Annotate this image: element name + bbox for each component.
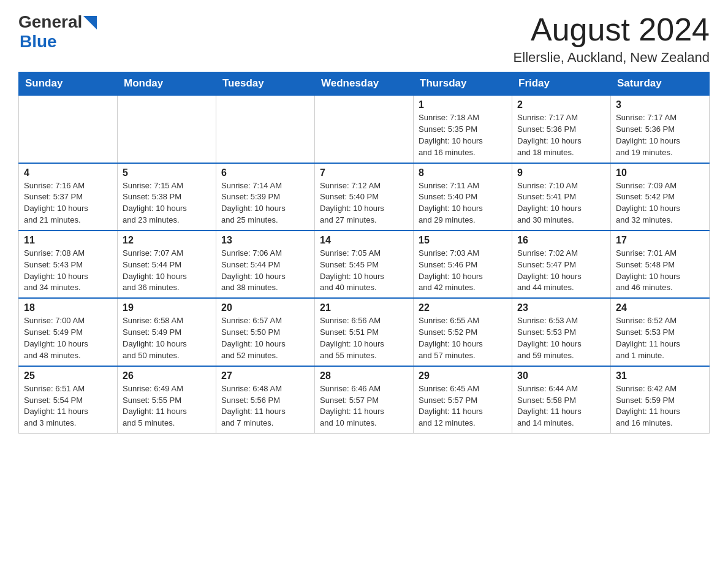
- day-info: Sunrise: 6:44 AM Sunset: 5:58 PM Dayligh…: [517, 383, 605, 429]
- day-info: Sunrise: 7:10 AM Sunset: 5:41 PM Dayligh…: [517, 180, 605, 226]
- day-number: 26: [123, 370, 211, 381]
- month-title: August 2024: [514, 12, 710, 47]
- day-number: 22: [419, 302, 507, 313]
- calendar-cell: 19Sunrise: 6:58 AM Sunset: 5:49 PM Dayli…: [118, 298, 216, 366]
- calendar-cell: [19, 95, 118, 163]
- day-info: Sunrise: 6:55 AM Sunset: 5:52 PM Dayligh…: [419, 315, 507, 361]
- logo-blue-text: Blue: [20, 32, 57, 51]
- calendar-cell: [216, 95, 315, 163]
- day-info: Sunrise: 7:18 AM Sunset: 5:35 PM Dayligh…: [419, 112, 507, 158]
- header-tuesday: Tuesday: [216, 72, 315, 96]
- calendar-cell: 13Sunrise: 7:06 AM Sunset: 5:44 PM Dayli…: [216, 231, 315, 298]
- calendar-cell: 3Sunrise: 7:17 AM Sunset: 5:36 PM Daylig…: [611, 95, 710, 163]
- calendar-cell: 29Sunrise: 6:45 AM Sunset: 5:57 PM Dayli…: [414, 366, 512, 434]
- day-number: 25: [24, 370, 112, 381]
- day-number: 9: [517, 167, 605, 178]
- day-number: 16: [517, 235, 605, 246]
- calendar-week-4: 18Sunrise: 7:00 AM Sunset: 5:49 PM Dayli…: [19, 298, 710, 366]
- day-number: 27: [221, 370, 309, 381]
- day-number: 4: [24, 167, 112, 178]
- day-info: Sunrise: 6:57 AM Sunset: 5:50 PM Dayligh…: [221, 315, 309, 361]
- day-number: 8: [419, 167, 507, 178]
- day-info: Sunrise: 6:52 AM Sunset: 5:53 PM Dayligh…: [616, 315, 704, 361]
- calendar-cell: 5Sunrise: 7:15 AM Sunset: 5:38 PM Daylig…: [118, 163, 216, 231]
- svg-marker-0: [83, 16, 97, 29]
- day-number: 13: [221, 235, 309, 246]
- day-info: Sunrise: 7:03 AM Sunset: 5:46 PM Dayligh…: [419, 248, 507, 294]
- day-number: 1: [419, 99, 507, 110]
- calendar-cell: 1Sunrise: 7:18 AM Sunset: 5:35 PM Daylig…: [414, 95, 512, 163]
- day-info: Sunrise: 7:15 AM Sunset: 5:38 PM Dayligh…: [123, 180, 211, 226]
- day-number: 24: [616, 302, 704, 313]
- calendar-cell: 31Sunrise: 6:42 AM Sunset: 5:59 PM Dayli…: [611, 366, 710, 434]
- day-info: Sunrise: 7:07 AM Sunset: 5:44 PM Dayligh…: [123, 248, 211, 294]
- calendar-cell: 25Sunrise: 6:51 AM Sunset: 5:54 PM Dayli…: [19, 366, 118, 434]
- calendar-cell: [315, 95, 414, 163]
- day-info: Sunrise: 6:46 AM Sunset: 5:57 PM Dayligh…: [320, 383, 408, 429]
- day-info: Sunrise: 7:02 AM Sunset: 5:47 PM Dayligh…: [517, 248, 605, 294]
- header-thursday: Thursday: [414, 72, 512, 96]
- calendar-week-3: 11Sunrise: 7:08 AM Sunset: 5:43 PM Dayli…: [19, 231, 710, 298]
- day-number: 6: [221, 167, 309, 178]
- day-number: 30: [517, 370, 605, 381]
- day-info: Sunrise: 7:09 AM Sunset: 5:42 PM Dayligh…: [616, 180, 704, 226]
- title-section: August 2024 Ellerslie, Auckland, New Zea…: [514, 12, 710, 66]
- calendar-cell: 21Sunrise: 6:56 AM Sunset: 5:51 PM Dayli…: [315, 298, 414, 366]
- calendar-cell: 24Sunrise: 6:52 AM Sunset: 5:53 PM Dayli…: [611, 298, 710, 366]
- calendar-cell: 26Sunrise: 6:49 AM Sunset: 5:55 PM Dayli…: [118, 366, 216, 434]
- day-number: 14: [320, 235, 408, 246]
- day-info: Sunrise: 6:51 AM Sunset: 5:54 PM Dayligh…: [24, 383, 112, 429]
- calendar-cell: 27Sunrise: 6:48 AM Sunset: 5:56 PM Dayli…: [216, 366, 315, 434]
- day-info: Sunrise: 7:12 AM Sunset: 5:40 PM Dayligh…: [320, 180, 408, 226]
- day-info: Sunrise: 7:16 AM Sunset: 5:37 PM Dayligh…: [24, 180, 112, 226]
- day-info: Sunrise: 7:14 AM Sunset: 5:39 PM Dayligh…: [221, 180, 309, 226]
- calendar-cell: 10Sunrise: 7:09 AM Sunset: 5:42 PM Dayli…: [611, 163, 710, 231]
- header-saturday: Saturday: [611, 72, 710, 96]
- day-number: 21: [320, 302, 408, 313]
- day-number: 29: [419, 370, 507, 381]
- calendar-cell: 15Sunrise: 7:03 AM Sunset: 5:46 PM Dayli…: [414, 231, 512, 298]
- calendar-table: SundayMondayTuesdayWednesdayThursdayFrid…: [18, 72, 710, 434]
- calendar-cell: 16Sunrise: 7:02 AM Sunset: 5:47 PM Dayli…: [512, 231, 611, 298]
- day-number: 23: [517, 302, 605, 313]
- day-number: 19: [123, 302, 211, 313]
- day-info: Sunrise: 7:05 AM Sunset: 5:45 PM Dayligh…: [320, 248, 408, 294]
- calendar-cell: 23Sunrise: 6:53 AM Sunset: 5:53 PM Dayli…: [512, 298, 611, 366]
- calendar-cell: [118, 95, 216, 163]
- logo-general-text: General: [18, 12, 82, 32]
- page-header: General Blue August 2024 Ellerslie, Auck…: [18, 12, 710, 66]
- day-number: 18: [24, 302, 112, 313]
- day-info: Sunrise: 6:58 AM Sunset: 5:49 PM Dayligh…: [123, 315, 211, 361]
- day-number: 31: [616, 370, 704, 381]
- day-number: 10: [616, 167, 704, 178]
- day-number: 7: [320, 167, 408, 178]
- calendar-cell: 11Sunrise: 7:08 AM Sunset: 5:43 PM Dayli…: [19, 231, 118, 298]
- day-number: 3: [616, 99, 704, 110]
- calendar-week-2: 4Sunrise: 7:16 AM Sunset: 5:37 PM Daylig…: [19, 163, 710, 231]
- calendar-cell: 4Sunrise: 7:16 AM Sunset: 5:37 PM Daylig…: [19, 163, 118, 231]
- day-info: Sunrise: 7:11 AM Sunset: 5:40 PM Dayligh…: [419, 180, 507, 226]
- day-info: Sunrise: 6:53 AM Sunset: 5:53 PM Dayligh…: [517, 315, 605, 361]
- day-info: Sunrise: 6:42 AM Sunset: 5:59 PM Dayligh…: [616, 383, 704, 429]
- day-number: 11: [24, 235, 112, 246]
- calendar-cell: 6Sunrise: 7:14 AM Sunset: 5:39 PM Daylig…: [216, 163, 315, 231]
- day-info: Sunrise: 7:17 AM Sunset: 5:36 PM Dayligh…: [616, 112, 704, 158]
- calendar-cell: 20Sunrise: 6:57 AM Sunset: 5:50 PM Dayli…: [216, 298, 315, 366]
- day-number: 5: [123, 167, 211, 178]
- day-number: 17: [616, 235, 704, 246]
- day-info: Sunrise: 6:45 AM Sunset: 5:57 PM Dayligh…: [419, 383, 507, 429]
- calendar-cell: 14Sunrise: 7:05 AM Sunset: 5:45 PM Dayli…: [315, 231, 414, 298]
- calendar-week-1: 1Sunrise: 7:18 AM Sunset: 5:35 PM Daylig…: [19, 95, 710, 163]
- day-number: 12: [123, 235, 211, 246]
- day-info: Sunrise: 7:06 AM Sunset: 5:44 PM Dayligh…: [221, 248, 309, 294]
- calendar-header-row: SundayMondayTuesdayWednesdayThursdayFrid…: [19, 72, 710, 96]
- day-info: Sunrise: 6:48 AM Sunset: 5:56 PM Dayligh…: [221, 383, 309, 429]
- calendar-week-5: 25Sunrise: 6:51 AM Sunset: 5:54 PM Dayli…: [19, 366, 710, 434]
- header-sunday: Sunday: [19, 72, 118, 96]
- day-info: Sunrise: 7:01 AM Sunset: 5:48 PM Dayligh…: [616, 248, 704, 294]
- calendar-cell: 18Sunrise: 7:00 AM Sunset: 5:49 PM Dayli…: [19, 298, 118, 366]
- day-number: 20: [221, 302, 309, 313]
- calendar-cell: 9Sunrise: 7:10 AM Sunset: 5:41 PM Daylig…: [512, 163, 611, 231]
- day-info: Sunrise: 6:49 AM Sunset: 5:55 PM Dayligh…: [123, 383, 211, 429]
- day-number: 2: [517, 99, 605, 110]
